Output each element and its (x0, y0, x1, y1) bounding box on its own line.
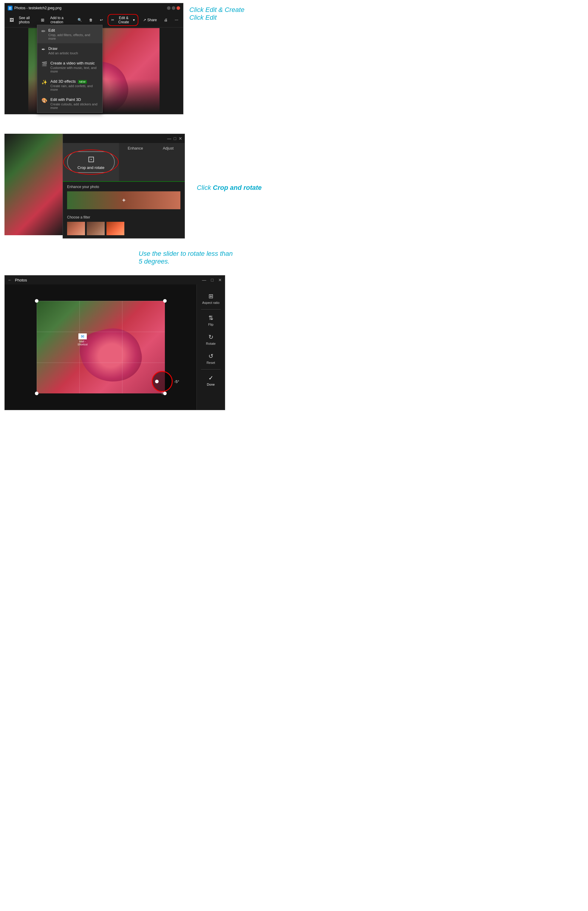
filter-thumb-2[interactable] (87, 222, 105, 235)
crop-editor-window: ← Photos — □ ✕ (5, 275, 225, 410)
crop-right-panel: ⊞ Aspect ratio ⇅ Flip ↻ Rotate ↺ Re (197, 284, 225, 410)
mail-icon-crop: ✉ (78, 334, 87, 339)
effects-title: Add 3D effects NEW (50, 79, 98, 84)
maximize-button[interactable] (172, 6, 175, 10)
print-button[interactable]: 🖨 (162, 17, 170, 23)
rotate-button[interactable]: ↻ Rotate (197, 330, 225, 349)
edit-create-button[interactable]: ✂ Edit & Create ▾ (108, 14, 138, 26)
crop-grid (37, 301, 165, 394)
edit-subtitle: Crop, add filters, effects, and more (48, 33, 98, 40)
handle-top-left[interactable] (35, 299, 39, 303)
handle-bottom-left[interactable] (35, 392, 39, 395)
crop-tab-label: Crop and rotate (78, 165, 104, 170)
instruction-1-line1: Click Edit & Create (189, 6, 244, 13)
edit-icon: ✏ (42, 28, 45, 34)
tick-mark: | (162, 391, 163, 395)
rotate-label: Rotate (206, 342, 216, 345)
crop-image: ✉ Mail -Shortcut (37, 301, 165, 394)
flip-button[interactable]: ⇅ Flip (197, 311, 225, 330)
filter-title: Choose a filter (67, 215, 180, 219)
share-button[interactable]: ↗ Share (141, 17, 159, 23)
edit-create-label: Edit & Create (115, 16, 132, 24)
photos-icon: 🖼 (10, 18, 14, 23)
share-icon: ↗ (143, 18, 146, 22)
search-icon: 🔍 (78, 18, 82, 22)
paint3d-subtitle: Create cutouts, add stickers and more (50, 102, 98, 110)
rotate-icon: ↻ (208, 334, 213, 340)
see-all-photos-label: See all photos (15, 16, 34, 24)
filter-thumbnails (67, 222, 180, 235)
tab-crop-rotate[interactable]: ⊡ Crop and rotate (63, 143, 119, 182)
dropdown-item-draw[interactable]: ✒ Draw Add an artistic touch (37, 43, 102, 58)
done-icon: ✓ (208, 374, 213, 381)
crop-rotate-button-box[interactable]: ⊡ Crop and rotate (67, 151, 115, 173)
more-button[interactable]: ⋯ (172, 17, 181, 23)
app-title: Photos - testsketch2.jpeg.png (14, 6, 61, 10)
minimize-button[interactable] (167, 6, 171, 10)
dropdown-item-video[interactable]: 🎬 Create a video with music Customize wi… (37, 58, 102, 76)
chevron-down-icon: ▾ (133, 18, 135, 22)
video-title: Create a video with music (50, 61, 98, 65)
draw-subtitle: Add an artistic touch (48, 51, 78, 55)
crop-image-container: ✉ Mail -Shortcut (37, 301, 165, 394)
paint3d-icon: 🎨 (42, 97, 47, 103)
done-button[interactable]: ✓ Done (197, 371, 225, 390)
tab-adjust[interactable]: Adjust (152, 143, 184, 181)
filter-thumb-1[interactable] (67, 222, 85, 235)
see-all-photos-button[interactable]: 🖼 See all photos (7, 15, 36, 25)
add-to-creation-label: Add to a creation (45, 16, 68, 24)
enhance-title: Enhance your photo (67, 185, 180, 189)
instruction-2: Click Crop and rotate (191, 181, 262, 191)
instruction-3-line1: Use the slider to rotate less than (139, 250, 233, 257)
done-label: Done (207, 383, 215, 386)
new-badge: NEW (78, 80, 87, 84)
instruction-3-block: Use the slider to rotate less than 5 deg… (5, 245, 289, 268)
minimize-btn[interactable]: — (202, 277, 206, 282)
reset-label: Reset (207, 361, 215, 365)
reset-button[interactable]: ↺ Reset (197, 349, 225, 368)
enhance-label: Enhance (128, 146, 143, 151)
add-to-creation-button[interactable]: ⊞ Add to a creation (39, 15, 71, 25)
delete-button[interactable]: 🗑 (87, 17, 95, 23)
enhance-section: Enhance your photo ✦ (63, 182, 184, 212)
back-button[interactable]: ← (8, 277, 12, 282)
maximize-icon[interactable]: □ (174, 136, 176, 141)
handle-top-right[interactable] (163, 299, 167, 303)
undo-icon: ↩ (100, 18, 103, 22)
close-button[interactable] (176, 6, 180, 10)
dropdown-item-edit[interactable]: ✏ Edit Crop, add filters, effects, and m… (37, 25, 102, 43)
undo-button[interactable]: ↩ (97, 17, 105, 23)
flip-label: Flip (208, 323, 213, 326)
rotate-dial[interactable]: -5° | (152, 371, 173, 392)
crop-canvas-area: ✉ Mail -Shortcut (5, 284, 197, 410)
sparkle-icon: ✦ (121, 197, 126, 204)
paint3d-title: Edit with Paint 3D (50, 97, 98, 102)
instruction-1-line2: Click Edit (189, 14, 217, 21)
crop-editor-section: ← Photos — □ ✕ (5, 275, 289, 410)
close-btn[interactable]: ✕ (218, 277, 222, 282)
close-icon[interactable]: ✕ (179, 136, 182, 141)
print-icon: 🖨 (164, 18, 168, 22)
search-button[interactable]: 🔍 (75, 17, 84, 23)
delete-icon: 🗑 (89, 18, 93, 22)
minimize-icon[interactable]: — (167, 136, 171, 141)
enhance-preview[interactable]: ✦ (67, 191, 180, 209)
dropdown-item-3d[interactable]: ✨ Add 3D effects NEW Create rain, add co… (37, 76, 102, 94)
edit-create-dropdown: ✏ Edit Crop, add filters, effects, and m… (37, 25, 103, 113)
filter-thumb-3[interactable] (107, 222, 124, 235)
title-bar-controls (167, 6, 180, 10)
effects-subtitle: Create rain, add confetti, and more (50, 84, 98, 91)
edit-panel-section: — □ ✕ ⊡ Crop and rotate (5, 134, 185, 238)
scissors-icon: ✂ (111, 18, 114, 22)
edit-tabs: ⊡ Crop and rotate Enhance Adjust (63, 143, 184, 182)
tab-enhance[interactable]: Enhance (119, 143, 152, 181)
aspect-ratio-button[interactable]: ⊞ Aspect ratio (197, 289, 225, 308)
maximize-btn[interactable]: □ (211, 277, 213, 282)
adjust-label: Adjust (163, 146, 174, 151)
edit-title: Edit (48, 28, 98, 32)
video-subtitle: Customize with music, text, and more (50, 66, 98, 73)
handle-bottom-right[interactable] (163, 392, 167, 395)
dropdown-item-paint3d[interactable]: 🎨 Edit with Paint 3D Create cutouts, add… (37, 94, 102, 112)
mail-label-crop: Mail -Shortcut (78, 340, 88, 346)
aspect-ratio-icon: ⊞ (208, 293, 213, 300)
